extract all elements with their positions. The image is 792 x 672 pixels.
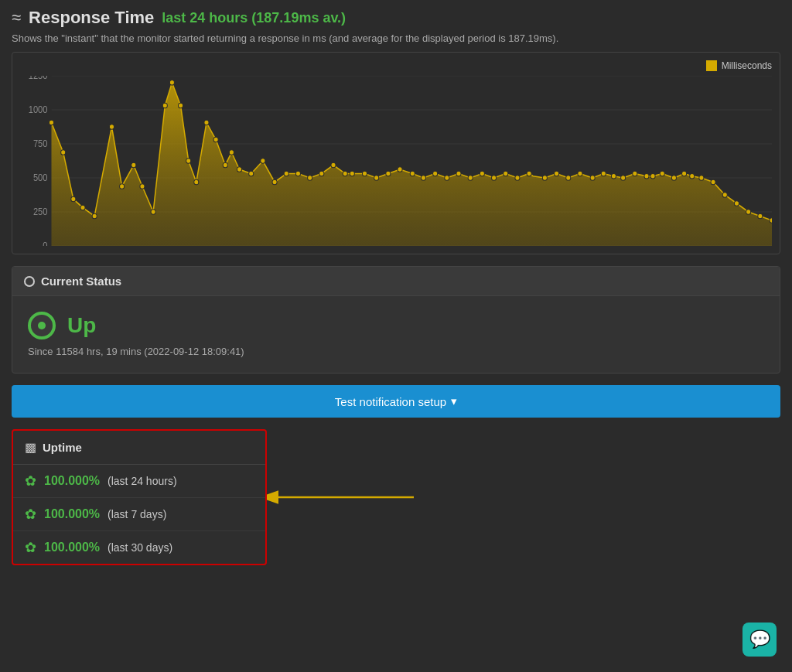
svg-point-27 bbox=[194, 179, 199, 185]
chart-area: 0 250 500 750 1000 1250 bbox=[20, 76, 772, 246]
uptime-section: ▩ Uptime ✿ 100.000% (last 24 hours) ✿ 10… bbox=[12, 429, 267, 565]
uptime-row-7d: ✿ 100.000% (last 7 days) bbox=[13, 498, 265, 531]
svg-point-22 bbox=[151, 210, 155, 215]
status-up-row: Up bbox=[28, 312, 764, 339]
svg-point-24 bbox=[169, 80, 174, 86]
svg-point-41 bbox=[343, 171, 347, 176]
svg-point-74 bbox=[711, 179, 715, 185]
svg-point-71 bbox=[682, 171, 687, 176]
current-status-body: Up Since 11584 hrs, 19 mins (2022-09-12 … bbox=[12, 296, 780, 373]
svg-point-37 bbox=[295, 171, 300, 176]
svg-point-63 bbox=[601, 171, 606, 176]
legend-label: Milliseconds bbox=[722, 60, 772, 71]
svg-point-53 bbox=[480, 171, 484, 176]
svg-point-23 bbox=[162, 103, 167, 108]
svg-point-78 bbox=[758, 213, 763, 219]
response-time-header: ≈ Response Time last 24 hours (187.19ms … bbox=[12, 8, 780, 28]
uptime-bars-icon: ▩ bbox=[25, 440, 36, 455]
svg-point-13 bbox=[49, 120, 53, 125]
uptime-wrapper: ▩ Uptime ✿ 100.000% (last 24 hours) ✿ 10… bbox=[12, 429, 780, 565]
svg-point-21 bbox=[140, 184, 145, 189]
current-status-section: Current Status Up Since 11584 hrs, 19 mi… bbox=[12, 266, 780, 374]
svg-point-44 bbox=[374, 176, 379, 181]
uptime-row-24h: ✿ 100.000% (last 24 hours) bbox=[13, 465, 265, 498]
svg-point-26 bbox=[186, 159, 191, 164]
svg-point-45 bbox=[386, 171, 391, 176]
chart-legend: Milliseconds bbox=[20, 60, 772, 71]
svg-point-58 bbox=[542, 176, 547, 181]
status-since-text: Since 11584 hrs, 19 mins (2022-09-12 18:… bbox=[28, 346, 764, 357]
response-time-icon: ≈ bbox=[12, 8, 21, 28]
current-status-header: Current Status bbox=[12, 267, 780, 296]
status-up-text: Up bbox=[67, 313, 96, 338]
uptime-green-icon-24h: ✿ bbox=[25, 472, 36, 490]
svg-point-67 bbox=[644, 174, 649, 179]
uptime-percentage-7d: 100.000% bbox=[44, 507, 100, 521]
response-time-chart: Milliseconds 0 250 500 750 1000 1250 bbox=[12, 52, 780, 254]
svg-point-40 bbox=[331, 162, 336, 168]
svg-point-29 bbox=[213, 137, 218, 142]
svg-point-17 bbox=[92, 213, 97, 219]
svg-point-64 bbox=[611, 174, 616, 179]
legend-color-box bbox=[706, 60, 717, 71]
svg-text:750: 750 bbox=[33, 138, 48, 149]
svg-point-51 bbox=[456, 171, 461, 176]
arrow-icon bbox=[267, 482, 422, 513]
test-notification-button[interactable]: Test notification setup ▾ bbox=[12, 385, 780, 418]
dropdown-icon: ▾ bbox=[451, 394, 457, 408]
svg-point-56 bbox=[515, 176, 520, 181]
svg-point-14 bbox=[61, 150, 66, 155]
svg-point-59 bbox=[555, 171, 559, 176]
svg-point-50 bbox=[445, 176, 449, 181]
svg-point-30 bbox=[223, 162, 227, 168]
svg-point-38 bbox=[308, 176, 312, 181]
uptime-title: Uptime bbox=[43, 441, 82, 454]
svg-point-70 bbox=[671, 176, 676, 181]
svg-point-73 bbox=[699, 176, 704, 181]
svg-point-46 bbox=[398, 167, 402, 172]
svg-text:1250: 1250 bbox=[29, 76, 48, 80]
svg-point-65 bbox=[621, 176, 626, 181]
svg-point-34 bbox=[261, 159, 265, 164]
svg-point-48 bbox=[421, 176, 425, 181]
uptime-green-icon-7d: ✿ bbox=[25, 506, 36, 523]
svg-point-31 bbox=[229, 150, 234, 155]
svg-point-39 bbox=[319, 171, 324, 176]
svg-point-35 bbox=[272, 179, 277, 185]
svg-point-52 bbox=[468, 176, 473, 181]
svg-point-72 bbox=[690, 174, 695, 179]
svg-point-66 bbox=[633, 171, 637, 176]
uptime-green-icon-30d: ✿ bbox=[25, 539, 36, 556]
svg-point-54 bbox=[492, 176, 497, 181]
svg-point-20 bbox=[131, 162, 136, 168]
svg-point-60 bbox=[566, 176, 571, 181]
uptime-period-24h: (last 24 hours) bbox=[108, 475, 176, 487]
svg-point-62 bbox=[590, 176, 595, 181]
svg-point-15 bbox=[71, 196, 76, 202]
chat-icon: 💬 bbox=[749, 629, 770, 650]
current-status-title: Current Status bbox=[41, 275, 121, 288]
chat-bubble[interactable]: 💬 bbox=[742, 623, 777, 657]
svg-point-79 bbox=[770, 218, 772, 223]
response-time-description: Shows the "instant" that the monitor sta… bbox=[12, 32, 780, 44]
test-notification-label: Test notification setup bbox=[335, 395, 446, 408]
svg-text:250: 250 bbox=[33, 206, 48, 217]
svg-point-18 bbox=[109, 125, 114, 130]
svg-point-36 bbox=[284, 171, 288, 176]
svg-text:0: 0 bbox=[43, 240, 47, 246]
svg-point-42 bbox=[350, 171, 354, 176]
svg-point-77 bbox=[746, 210, 751, 215]
svg-point-16 bbox=[80, 205, 85, 210]
svg-point-75 bbox=[722, 193, 727, 198]
svg-point-19 bbox=[120, 184, 125, 189]
response-time-period: last 24 hours (187.19ms av.) bbox=[162, 10, 346, 26]
svg-point-47 bbox=[410, 171, 415, 176]
svg-text:500: 500 bbox=[33, 172, 48, 183]
svg-point-68 bbox=[650, 174, 655, 179]
svg-point-55 bbox=[504, 171, 508, 176]
svg-point-43 bbox=[362, 171, 367, 176]
svg-point-32 bbox=[237, 167, 241, 172]
svg-point-61 bbox=[578, 171, 582, 176]
svg-point-25 bbox=[179, 103, 183, 108]
svg-marker-12 bbox=[52, 83, 773, 246]
